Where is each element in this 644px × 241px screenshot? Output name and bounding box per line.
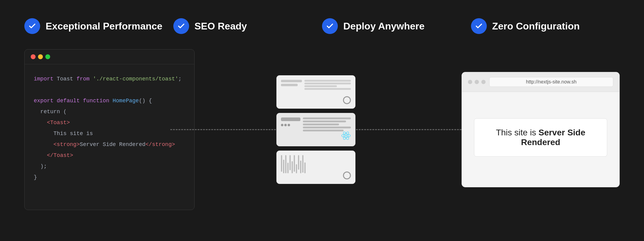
features-bar: Exceptional Performance SEO Ready Deploy… [18,18,626,34]
check-icon [326,22,334,30]
mini-card-middle [276,113,355,146]
feature-item-zero-config: Zero Configuration [471,18,620,34]
feature-label-exceptional: Exceptional Performance [46,21,162,32]
feature-item-exceptional-performance: Exceptional Performance [24,18,173,34]
browser-dot-3 [481,80,486,84]
page-wrapper: Exceptional Performance SEO Ready Deploy… [0,0,644,241]
check-circle-seo [173,18,189,34]
feature-label-deploy: Deploy Anywhere [343,21,424,32]
check-icon [475,22,483,30]
browser-url-bar[interactable]: http://nextjs-site.now.sh [489,77,613,87]
feature-label-seo: SEO Ready [195,21,247,32]
check-circle-exceptional [24,18,40,34]
browser-content: This site is Server Side Rendered [462,92,619,183]
mini-card-top [276,75,355,109]
check-circle-zero [471,18,487,34]
traffic-light-red [31,54,36,59]
main-content: import Toast from './react-components/to… [18,49,626,210]
feature-label-zero: Zero Configuration [492,21,580,32]
browser-dot-2 [475,80,479,84]
cards-stack [276,75,355,184]
svg-point-3 [345,135,347,137]
react-icon [341,131,351,142]
check-icon [177,22,185,30]
code-body: import Toast from './react-components/to… [25,64,194,192]
browser-titlebar: http://nextjs-site.now.sh [462,72,619,92]
browser-text-plain: This site is [496,128,538,137]
traffic-light-yellow [38,54,43,59]
traffic-light-green [45,54,50,59]
browser-dot-1 [468,80,472,84]
check-icon [28,22,36,30]
check-circle-deploy [322,18,338,34]
code-panel-titlebar [25,49,194,64]
middle-area [195,75,437,184]
browser-dots [468,80,486,84]
feature-item-seo-ready: SEO Ready [173,18,322,34]
code-editor-panel: import Toast from './react-components/to… [24,49,195,210]
card-bottom-icon [343,171,351,179]
feature-item-deploy-anywhere: Deploy Anywhere [322,18,471,34]
browser-window: http://nextjs-site.now.sh This site is S… [462,72,620,187]
card-top-icon [343,96,351,104]
browser-rendered-text: This site is Server Side Rendered [474,118,607,157]
mini-card-bottom [276,151,355,184]
